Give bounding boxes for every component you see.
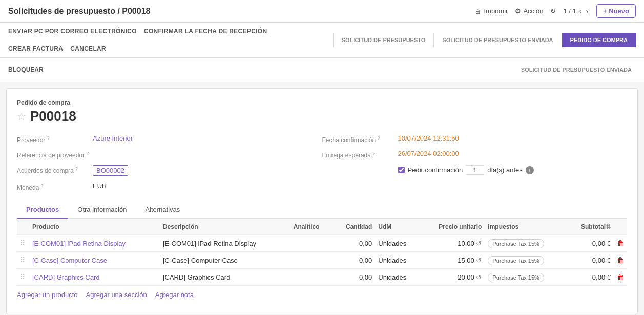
product-cell-0[interactable]: [E-COM01] iPad Retina Display	[29, 235, 160, 252]
impuestos-col-header: Impuestos	[485, 219, 567, 235]
header-actions: 🖨 Imprimir ⚙ Acción ↻ 1 / 1 ‹ › + Nuevo	[475, 4, 636, 18]
udm-cell-0[interactable]: Unidades	[375, 235, 420, 252]
delete-cell-0[interactable]: 🗑	[614, 235, 627, 252]
table-header-row: Producto Descripción Analítico Cantidad …	[17, 219, 627, 235]
tab-otra-informacion[interactable]: Otra información	[68, 202, 136, 219]
action-button[interactable]: ⚙ Acción	[515, 7, 543, 15]
bloquear-button[interactable]: BLOQUEAR	[8, 62, 51, 77]
cantidad-col-header: Cantidad	[333, 219, 375, 235]
drag-handle-1[interactable]: ⠿	[17, 252, 29, 269]
form-grid: Proveedor ? Azure Interior Referencia de…	[17, 134, 627, 191]
status-enviada: SOLICITUD DE PRESUPUESTO ENVIADA	[433, 33, 561, 47]
acuerdos-value[interactable]: BO00002	[93, 165, 128, 176]
drag-col-header	[17, 219, 29, 235]
delete-cell-1[interactable]: 🗑	[614, 252, 627, 269]
product-cell-2[interactable]: [CARD] Graphics Card	[29, 269, 160, 286]
form-left: Proveedor ? Azure Interior Referencia de…	[17, 134, 322, 191]
action-bar2: BLOQUEAR SOLICITUD DE PRESUPUESTO ENVIAD…	[0, 58, 644, 82]
analytic-cell-0[interactable]	[290, 235, 333, 252]
drag-handle-0[interactable]: ⠿	[17, 235, 29, 252]
tax-badge-0[interactable]: Purchase Tax 15%	[488, 239, 544, 248]
fecha-confirm-label: Fecha confirmación ?	[322, 134, 394, 144]
description-cell-0: [E-COM01] iPad Retina Display	[160, 235, 290, 252]
drag-handle-2[interactable]: ⠿	[17, 269, 29, 286]
product-cell-1[interactable]: [C-Case] Computer Case	[29, 252, 160, 269]
tab-alternativas[interactable]: Alternativas	[136, 202, 189, 219]
udm-cell-2[interactable]: Unidades	[375, 269, 420, 286]
pedir-confirm-checkbox[interactable]	[398, 167, 405, 173]
product-link-0[interactable]: [E-COM01] iPad Retina Display	[32, 240, 126, 247]
table-row: ⠿ [C-Case] Computer Case [C-Case] Comput…	[17, 252, 627, 269]
delete-cell-2[interactable]: 🗑	[614, 269, 627, 286]
entrega-value[interactable]: 26/07/2024 02:00:00	[398, 150, 459, 158]
create-invoice-button[interactable]: CREAR FACTURA	[8, 40, 70, 57]
pedir-confirm-days[interactable]	[466, 165, 484, 175]
col-settings-icon[interactable]: ⇅	[606, 223, 611, 230]
gear-icon: ⚙	[515, 7, 521, 15]
quantity-cell-2[interactable]: 0,00	[333, 269, 375, 286]
tax-badge-1[interactable]: Purchase Tax 15%	[488, 256, 544, 265]
subtotal-col-header: Subtotal ⇅	[567, 219, 614, 235]
delete-row-icon-2[interactable]: 🗑	[617, 273, 624, 281]
prev-button[interactable]: ‹	[578, 7, 583, 15]
cancel-button[interactable]: CANCELAR	[70, 40, 113, 57]
action-bar2-left: BLOQUEAR	[8, 58, 51, 82]
favorite-star-icon[interactable]: ☆	[17, 110, 26, 123]
quantity-cell-0[interactable]: 0,00	[333, 235, 375, 252]
record-id: ☆ P00018	[17, 108, 627, 124]
entrega-row: Entrega esperada ? 26/07/2024 02:00:00	[322, 150, 628, 159]
form-type-label: Pedido de compra	[17, 99, 627, 106]
table-row: ⠿ [CARD] Graphics Card [CARD] Graphics C…	[17, 269, 627, 286]
subtotal-cell-1: 0,00 €	[567, 252, 614, 269]
price-cell-1[interactable]: 15,00 ↺	[420, 252, 485, 269]
udm-cell-1[interactable]: Unidades	[375, 252, 420, 269]
table-footer: Agregar un producto Agregar una sección …	[17, 286, 627, 304]
refresh-button[interactable]: ↻	[550, 7, 556, 15]
new-button[interactable]: + Nuevo	[596, 4, 636, 18]
pedir-confirm-row: Pedir confirmación día(s) antes i	[322, 165, 628, 175]
quantity-cell-1[interactable]: 0,00	[333, 252, 375, 269]
confirm-reception-button[interactable]: CONFIRMAR LA FECHA DE RECEPCIÓN	[144, 23, 274, 40]
acuerdos-label: Acuerdos de compra ?	[17, 165, 89, 174]
price-cell-2[interactable]: 20,00 ↺	[420, 269, 485, 286]
add-section-link[interactable]: Agregar una sección	[86, 291, 147, 299]
send-email-button[interactable]: ENVIAR PC POR CORREO ELECTRÓNICO	[8, 23, 144, 40]
tax-badge-2[interactable]: Purchase Tax 15%	[488, 273, 544, 282]
moneda-row: Moneda ? EUR	[17, 182, 322, 191]
next-button[interactable]: ›	[585, 7, 589, 15]
action-buttons: ENVIAR PC POR CORREO ELECTRÓNICO CONFIRM…	[8, 23, 333, 57]
add-note-link[interactable]: Agregar nota	[155, 291, 194, 299]
proveedor-value[interactable]: Azure Interior	[93, 134, 133, 142]
tax-cell-0: Purchase Tax 15%	[485, 235, 567, 252]
producto-col-header: Producto	[29, 219, 160, 235]
product-link-2[interactable]: [CARD] Graphics Card	[32, 273, 99, 281]
status-bar: SOLICITUD DE PRESUPUESTO SOLICITUD DE PR…	[333, 33, 636, 47]
action-bar: ENVIAR PC POR CORREO ELECTRÓNICO CONFIRM…	[0, 23, 644, 58]
form-right: Fecha confirmación ? 10/07/2024 12:31:50…	[322, 134, 628, 191]
tab-productos[interactable]: Productos	[17, 202, 68, 219]
description-cell-1: [C-Case] Computer Case	[160, 252, 290, 269]
analytic-cell-1[interactable]	[290, 252, 333, 269]
pagination: 1 / 1 ‹ ›	[563, 7, 589, 15]
product-link-1[interactable]: [C-Case] Computer Case	[32, 257, 107, 264]
table-row: ⠿ [E-COM01] iPad Retina Display [E-COM01…	[17, 235, 627, 252]
reset-price-icon-1[interactable]: ↺	[476, 257, 482, 264]
pedir-confirm-spacer	[322, 165, 394, 166]
moneda-value[interactable]: EUR	[93, 182, 107, 190]
price-cell-0[interactable]: 10,00 ↺	[420, 235, 485, 252]
precio-col-header: Precio unitario	[420, 219, 485, 235]
tabs: Productos Otra información Alternativas	[17, 202, 627, 219]
info-icon[interactable]: i	[526, 166, 534, 174]
status-solicitud: SOLICITUD DE PRESUPUESTO	[333, 33, 434, 47]
fecha-confirm-row: Fecha confirmación ? 10/07/2024 12:31:50	[322, 134, 628, 144]
fecha-confirm-value[interactable]: 10/07/2024 12:31:50	[398, 134, 459, 142]
analytic-cell-2[interactable]	[290, 269, 333, 286]
print-button[interactable]: 🖨 Imprimir	[475, 7, 508, 15]
reset-price-icon-2[interactable]: ↺	[476, 273, 482, 281]
reset-price-icon-0[interactable]: ↺	[476, 240, 482, 247]
tax-cell-2: Purchase Tax 15%	[485, 269, 567, 286]
proveedor-row: Proveedor ? Azure Interior	[17, 134, 322, 144]
delete-row-icon-1[interactable]: 🗑	[617, 256, 624, 264]
delete-row-icon-0[interactable]: 🗑	[617, 239, 624, 247]
add-product-link[interactable]: Agregar un producto	[17, 291, 78, 299]
